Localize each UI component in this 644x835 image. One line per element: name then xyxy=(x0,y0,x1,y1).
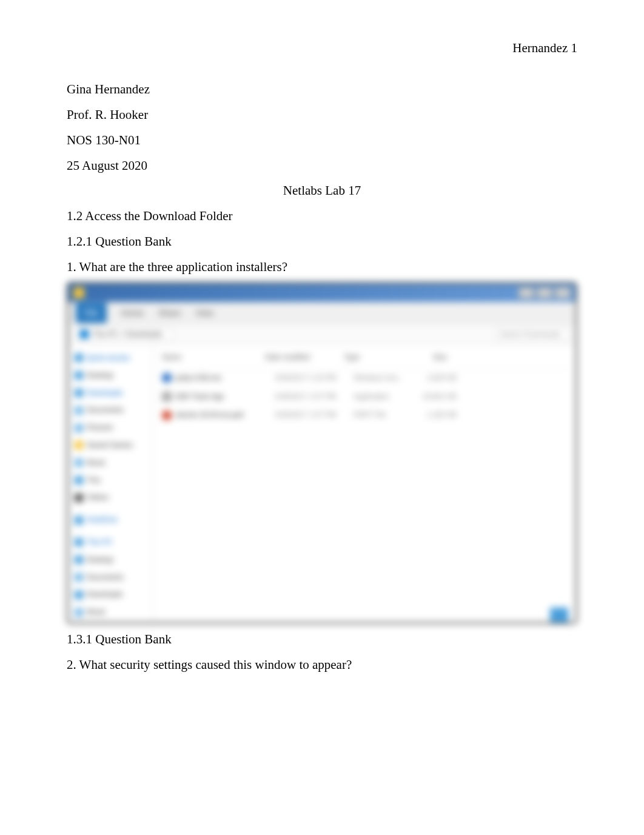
address-bar-row: This PC > Downloads Search Downloads xyxy=(69,324,575,344)
folder-icon xyxy=(75,441,83,449)
iso-icon xyxy=(162,411,172,420)
pc-icon xyxy=(75,538,83,546)
col-date[interactable]: Date modified xyxy=(265,350,344,364)
mla-name: Gina Hernandez xyxy=(67,78,577,102)
app-icon xyxy=(162,392,172,401)
file-date: 3/29/2017 1:57 PM xyxy=(275,408,354,422)
question-1: 1. What are the three application instal… xyxy=(67,255,577,280)
sidebar-label: Pictures xyxy=(87,623,113,624)
sidebar-saved-games[interactable]: Saved Games xyxy=(71,437,150,454)
maximize-button[interactable] xyxy=(537,287,552,298)
minimize-button[interactable] xyxy=(518,287,534,298)
file-row[interactable]: SDK Tools App 3/29/2017 1:57 PM Applicat… xyxy=(162,387,567,406)
sidebar-label: Documents xyxy=(87,403,124,417)
sidebar-label: Music xyxy=(87,605,106,619)
file-date: 3/29/2017 1:57 PM xyxy=(275,390,354,404)
sidebar-this[interactable]: This xyxy=(71,472,150,489)
file-name: ubuntu-16.04.iso.part xyxy=(175,408,275,422)
sidebar-documents[interactable]: Documents xyxy=(71,401,150,419)
section-1-2: 1.2 Access the Download Folder xyxy=(67,204,577,229)
sidebar-downloads-2[interactable]: Downloads xyxy=(71,586,150,603)
column-headers: Name Date modified Type Size xyxy=(162,350,567,369)
search-placeholder: Search Downloads xyxy=(500,327,561,341)
running-head: Hernandez 1 xyxy=(67,36,577,61)
close-button[interactable] xyxy=(555,287,571,298)
tab-file[interactable]: File xyxy=(76,303,107,324)
document-icon xyxy=(75,573,83,582)
section-1-3-1: 1.3.1 Question Bank xyxy=(67,628,577,652)
file-size: 1,192 KB xyxy=(414,408,457,422)
star-icon xyxy=(75,354,83,362)
music-icon xyxy=(75,608,83,617)
sidebar-label: This xyxy=(87,474,101,488)
picture-icon xyxy=(75,424,83,432)
page-title: Netlabs Lab 17 xyxy=(67,179,577,203)
download-icon xyxy=(75,591,83,599)
cloud-icon xyxy=(75,516,83,525)
file-type: Windows Inst... xyxy=(354,371,414,385)
tab-share[interactable]: Share xyxy=(158,305,181,321)
file-type: Application xyxy=(354,390,414,404)
explorer-screenshot: File Home Share View This PC > Downloads… xyxy=(67,282,577,624)
sidebar-onedrive[interactable]: OneDrive xyxy=(71,511,150,529)
sidebar-label: Videos xyxy=(87,491,109,505)
sidebar-this-pc[interactable]: This PC xyxy=(71,534,150,551)
file-type: PART File xyxy=(354,408,414,422)
sidebar-label: Quick access xyxy=(87,351,130,365)
sidebar-label: Downloads xyxy=(87,588,122,602)
sidebar-label: Saved Games xyxy=(87,438,133,452)
desktop-icon xyxy=(75,371,83,380)
search-box[interactable]: Search Downloads xyxy=(495,327,568,341)
sidebar-quick-access[interactable]: Quick access xyxy=(71,349,150,367)
col-name[interactable]: Name xyxy=(162,350,265,364)
sidebar-label: Music xyxy=(87,456,106,470)
sidebar-label: This PC xyxy=(87,535,113,549)
col-size[interactable]: Size xyxy=(404,350,447,364)
tab-home[interactable]: Home xyxy=(121,305,144,321)
sidebar-documents-2[interactable]: Documents xyxy=(71,569,150,586)
mla-date: 25 August 2020 xyxy=(67,154,577,178)
section-1-2-1: 1.2.1 Question Bank xyxy=(67,230,577,254)
video-icon xyxy=(75,494,83,502)
file-date: 3/29/2017 1:24 PM xyxy=(275,371,354,385)
music-icon xyxy=(75,458,83,467)
mla-prof: Prof. R. Hooker xyxy=(67,103,577,127)
sidebar-label: Downloads xyxy=(87,386,122,400)
file-name: putty-0.68.msi xyxy=(175,371,275,385)
sidebar-label: Documents xyxy=(87,571,124,585)
file-row[interactable]: ubuntu-16.04.iso.part 3/29/2017 1:57 PM … xyxy=(162,406,567,424)
sidebar-label: Desktop xyxy=(87,553,113,567)
sidebar-label: OneDrive xyxy=(87,513,118,527)
sidebar-desktop[interactable]: Desktop xyxy=(71,367,150,384)
sidebar-label: Pictures xyxy=(87,421,113,435)
window-titlebar xyxy=(69,284,575,302)
mla-course: NOS 130-N01 xyxy=(67,129,577,153)
msi-icon xyxy=(162,373,172,383)
sidebar-music-2[interactable]: Music xyxy=(71,603,150,621)
sidebar-pictures[interactable]: Pictures xyxy=(71,419,150,437)
navigation-pane: Quick access Desktop Downloads Documents… xyxy=(69,344,153,622)
sidebar-downloads[interactable]: Downloads xyxy=(71,384,150,402)
file-size: 2,825 KB xyxy=(414,371,457,385)
col-type[interactable]: Type xyxy=(344,350,404,364)
tab-view[interactable]: View xyxy=(195,305,213,321)
sidebar-music[interactable]: Music xyxy=(71,454,150,472)
sidebar-pictures-2[interactable]: Pictures xyxy=(71,621,150,624)
desktop-icon xyxy=(75,555,83,564)
ribbon-tabs: File Home Share View xyxy=(69,302,575,324)
sidebar-desktop-2[interactable]: Desktop xyxy=(71,551,150,569)
sidebar-label: Desktop xyxy=(87,369,113,383)
address-bar[interactable]: This PC > Downloads xyxy=(76,327,173,341)
file-name: SDK Tools App xyxy=(175,390,275,404)
status-icon xyxy=(550,608,568,622)
file-row[interactable]: putty-0.68.msi 3/29/2017 1:24 PM Windows… xyxy=(162,369,567,387)
file-list: Name Date modified Type Size putty-0.68.… xyxy=(153,344,575,622)
folder-icon xyxy=(73,287,84,298)
window-controls xyxy=(518,287,571,298)
document-icon xyxy=(75,406,83,415)
address-path: This PC > Downloads xyxy=(92,327,163,341)
download-icon xyxy=(75,389,83,397)
file-size: 43,601 KB xyxy=(414,390,457,404)
sidebar-videos[interactable]: Videos xyxy=(71,489,150,506)
pc-icon xyxy=(80,330,89,338)
